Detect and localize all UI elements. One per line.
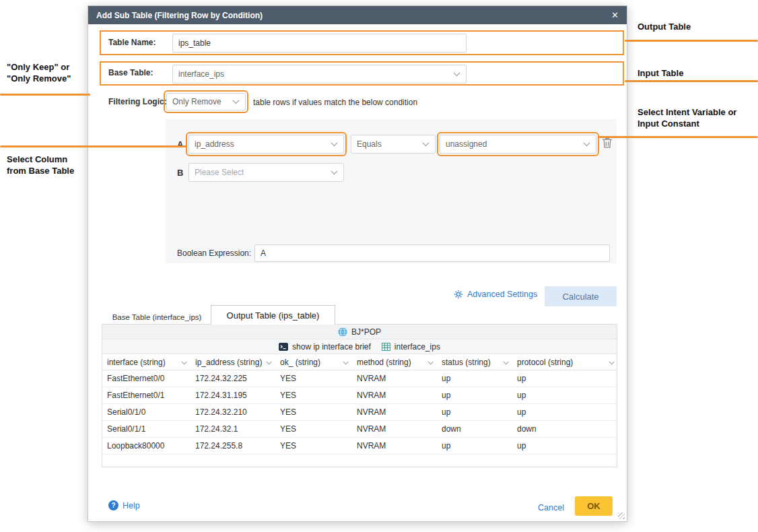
- annotation-output-table: Output Table: [638, 21, 691, 32]
- base-table-label: Base Table:: [108, 68, 153, 77]
- column-header-row: interface (string)ip_address (string)ok_…: [102, 354, 617, 370]
- filtering-logic-description: table rows if values match the below con…: [253, 98, 417, 107]
- table-cell: up: [437, 374, 512, 383]
- resize-handle[interactable]: [618, 512, 625, 519]
- help-link[interactable]: ? Help: [108, 500, 140, 510]
- base-table-select[interactable]: interface_ips: [172, 65, 467, 84]
- table-cell: 172.24.255.8: [191, 441, 275, 451]
- chevron-down-icon: [234, 98, 239, 104]
- table-cell: up: [512, 391, 618, 400]
- column-header[interactable]: status (string): [437, 354, 512, 370]
- table-cell: YES: [275, 407, 352, 417]
- column-header[interactable]: ip_address (string): [191, 354, 275, 370]
- table-row[interactable]: FastEthernet0/0172.24.32.225YESNVRAMupup: [102, 370, 617, 387]
- table-cell: NVRAM: [352, 391, 437, 400]
- boolean-expression-input[interactable]: [254, 244, 610, 262]
- annotation-input-table: Input Table: [638, 67, 683, 79]
- condition-b-column-select[interactable]: Please Select: [188, 163, 344, 182]
- table-cell: Loopback80000: [102, 441, 191, 451]
- add-sub-table-dialog: Add Sub Table (Filtering Row by Conditio…: [88, 5, 627, 522]
- chevron-down-icon: [503, 359, 508, 364]
- help-icon: ?: [108, 500, 118, 510]
- table-cell: down: [437, 424, 512, 434]
- table-cell: Serial0/1/1: [102, 424, 191, 434]
- table-row[interactable]: Serial0/1/0172.24.32.210YESNVRAMupup: [102, 404, 617, 421]
- table-cell: YES: [275, 391, 352, 400]
- table-cell: up: [512, 374, 618, 383]
- trash-icon: [602, 137, 613, 149]
- table-row[interactable]: Loopback80000172.24.255.8YESNVRAMupup: [102, 438, 617, 455]
- condition-a-value-select[interactable]: unassigned: [440, 135, 596, 154]
- table-name-label: Table Name:: [108, 38, 156, 47]
- advanced-settings-link[interactable]: Advanced Settings: [454, 290, 537, 299]
- column-header[interactable]: protocol (string): [512, 354, 618, 370]
- chevron-down-icon: [454, 71, 460, 76]
- table-cell: up: [437, 407, 512, 417]
- condition-a-operator-select[interactable]: Equals: [351, 135, 436, 154]
- boolean-expression-label: Boolean Expression:: [177, 248, 251, 258]
- annotation-line: [625, 80, 758, 82]
- table-cell: 172.24.32.210: [191, 407, 275, 417]
- table-cell: YES: [275, 374, 352, 383]
- command-header: show ip interface brief interface_ips: [102, 339, 617, 354]
- cancel-button[interactable]: Cancel: [538, 503, 564, 512]
- table-cell: FastEthernet0/1: [102, 391, 191, 400]
- annotation-line: [625, 40, 758, 42]
- condition-a-column-select[interactable]: ip_address: [188, 135, 344, 154]
- delete-condition-button[interactable]: [602, 137, 614, 150]
- table-cell: NVRAM: [352, 441, 437, 451]
- column-header[interactable]: ok_ (string): [275, 354, 352, 370]
- chevron-down-icon: [332, 169, 337, 174]
- annotation-line: [598, 136, 758, 138]
- tab-base-table[interactable]: Base Table (interface_ips): [103, 310, 211, 324]
- table-cell: down: [512, 424, 618, 434]
- table-grid-icon: [382, 343, 390, 351]
- table-cell: NVRAM: [352, 374, 437, 383]
- table-row[interactable]: FastEthernet0/1172.24.31.195YESNVRAMupup: [102, 387, 617, 404]
- page: Output Table Input Table "Only Keep" or …: [0, 0, 758, 532]
- chevron-down-icon: [584, 141, 590, 146]
- condition-panel: A ip_address Equals unassigned B Please …: [166, 119, 617, 263]
- table-cell: 172.24.32.225: [191, 374, 275, 383]
- output-table: BJ*POP show ip interface brief interface…: [102, 324, 617, 467]
- cli-icon: [279, 343, 288, 351]
- tab-output-table[interactable]: Output Table (ips_table): [211, 305, 335, 325]
- table-cell: FastEthernet0/0: [102, 374, 191, 383]
- table-cell: up: [512, 441, 618, 451]
- table-cell: up: [512, 407, 618, 417]
- table-cell: NVRAM: [352, 424, 437, 434]
- chevron-down-icon: [181, 359, 186, 364]
- close-icon[interactable]: ✕: [611, 11, 619, 20]
- table-cell: YES: [275, 441, 352, 451]
- filtering-logic-label: Filtering Logic:: [108, 97, 167, 106]
- table-row[interactable]: Serial0/1/1172.24.32.1YESNVRAMdowndown: [102, 421, 617, 438]
- chevron-down-icon: [266, 359, 271, 364]
- globe-icon: [338, 327, 347, 337]
- table-cell: 172.24.32.1: [191, 424, 275, 434]
- chevron-down-icon: [609, 359, 614, 364]
- table-cell: up: [437, 391, 512, 400]
- dialog-title: Add Sub Table (Filtering Row by Conditio…: [96, 11, 263, 20]
- table-body: FastEthernet0/0172.24.32.225YESNVRAMupup…: [102, 370, 617, 455]
- table-cell: Serial0/1/0: [102, 407, 191, 417]
- condition-a-label: A: [177, 139, 183, 149]
- table-cell: 172.24.31.195: [191, 391, 275, 400]
- annotation-line: [0, 145, 187, 147]
- annotation-select-value: Select Intent Variable or Input Constant: [638, 106, 736, 129]
- column-header[interactable]: method (string): [352, 354, 437, 370]
- annotation-line: [0, 94, 90, 96]
- ok-button[interactable]: OK: [575, 496, 613, 516]
- column-header[interactable]: interface (string): [102, 354, 191, 370]
- table-cell: NVRAM: [352, 407, 437, 417]
- dialog-titlebar: Add Sub Table (Filtering Row by Conditio…: [88, 6, 627, 24]
- chevron-down-icon: [332, 141, 337, 146]
- table-name-input[interactable]: [172, 34, 467, 53]
- condition-b-label: B: [177, 168, 183, 178]
- annotation-select-column: Select Column from Base Table: [7, 154, 74, 176]
- chevron-down-icon: [427, 359, 433, 364]
- calculate-button[interactable]: Calculate: [545, 286, 617, 306]
- table-cell: up: [437, 441, 512, 451]
- filtering-logic-select[interactable]: Only Remove: [166, 93, 246, 110]
- device-header: BJ*POP: [102, 325, 617, 339]
- chevron-down-icon: [343, 359, 348, 364]
